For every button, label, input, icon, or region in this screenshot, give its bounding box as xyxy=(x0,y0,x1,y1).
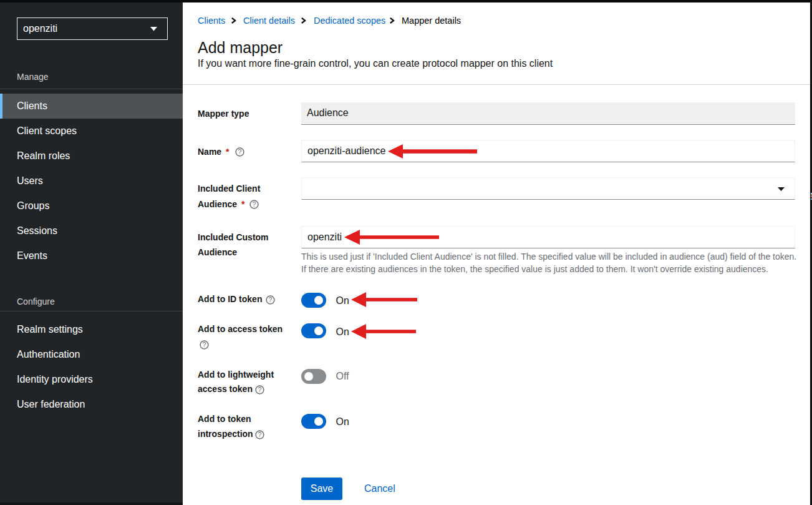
svg-text:?: ? xyxy=(258,431,262,438)
svg-text:?: ? xyxy=(258,386,262,393)
svg-text:?: ? xyxy=(238,148,242,155)
svg-text:?: ? xyxy=(253,200,256,208)
svg-text:?: ? xyxy=(269,296,273,303)
svg-text:?: ? xyxy=(203,341,206,348)
